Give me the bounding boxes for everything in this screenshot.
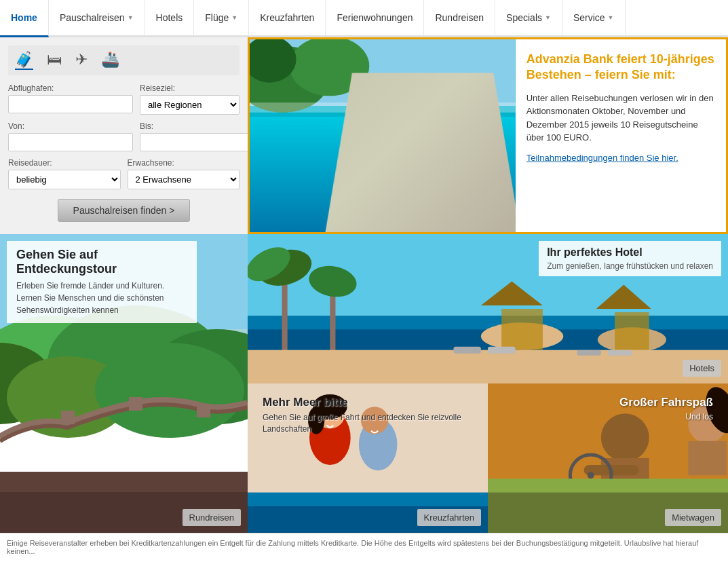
svg-rect-31 [501, 309, 543, 350]
nav-rundreisen-label: Rundreisen [435, 12, 484, 23]
chevron-down-icon: ▼ [545, 14, 551, 21]
von-group: Von: [8, 121, 133, 151]
nav-home[interactable]: Home [0, 0, 49, 37]
tile-entdeckung-title: Gehen Sie auf Entdeckungstour [16, 248, 187, 276]
von-input[interactable] [8, 133, 133, 151]
reisedauer-select[interactable]: beliebig [8, 170, 121, 189]
svg-rect-1 [250, 106, 516, 232]
dauer-erwachsene-row: Reisedauer: beliebig Erwachsene: 2 Erwac… [8, 158, 240, 189]
tile-car-overlay: Großer Fahrspaß Und los [611, 390, 721, 427]
promo-body2: Teilnahmebedingungen finden Sie hier. [526, 151, 715, 165]
svg-point-57 [588, 472, 594, 479]
cruise-icon[interactable]: 🚢 [101, 51, 119, 70]
tile-car-label: Mietwagen [665, 509, 721, 526]
footer-text: Einige Reiseveranstalter erheben bei Kre… [7, 539, 698, 555]
svg-rect-18 [129, 397, 142, 411]
svg-point-16 [95, 343, 244, 438]
nav-hotels[interactable]: Hotels [145, 0, 195, 35]
bis-group: Bis: [140, 121, 265, 151]
nav-kreuzfahrten-label: Kreuzfahrten [260, 12, 314, 23]
abflughafen-label: Abflughafen: [8, 83, 133, 93]
reiseziel-select[interactable]: alle Regionen [140, 95, 240, 115]
chevron-down-icon: ▼ [128, 14, 134, 21]
svg-rect-37 [453, 347, 480, 354]
abflughafen-input[interactable] [8, 95, 133, 113]
von-bis-row: Von: Bis: [8, 121, 240, 151]
tile-hotel[interactable]: Ihr perfektes Hotel Zum genießen, lange … [248, 234, 728, 383]
tile-car-desc: Und los [619, 412, 713, 421]
nav-service-label: Service [573, 12, 605, 23]
nav-hotels-label: Hotels [156, 12, 183, 23]
search-button[interactable]: Pauschalreisen finden > [58, 199, 191, 222]
promo-body1: Unter allen Reisebuchungen verlosen wir … [526, 92, 715, 145]
nav-ferienwohnungen[interactable]: Ferienwohnungen [326, 0, 424, 35]
bis-label: Bis: [140, 121, 265, 131]
erwachsene-label: Erwachsene: [128, 158, 240, 168]
tile-hotel-title: Ihr perfektes Hotel [547, 246, 713, 259]
hotel-icon[interactable]: 🛏 [47, 51, 62, 70]
abflughafen-reiseziel-row: Abflughafen: Reiseziel: alle Regionen [8, 83, 240, 115]
nav-kreuzfahrten[interactable]: Kreuzfahrten [249, 0, 326, 35]
tile-hotel-label: Hotels [683, 360, 721, 377]
search-panel: 🧳 🛏 ✈ 🚢 Abflughafen: Reiseziel: alle Reg… [0, 37, 248, 234]
promo-banner: Advanzia Bank feiert 10-jähriges Bestehe… [248, 37, 728, 234]
promo-link[interactable]: Teilnahmebedingungen finden Sie hier. [526, 153, 678, 163]
nav-specials[interactable]: Specials ▼ [495, 0, 562, 35]
erwachsene-group: Erwachsene: 2 Erwachsene [128, 158, 240, 189]
svg-rect-19 [197, 404, 210, 417]
nav-home-label: Home [11, 12, 37, 23]
svg-rect-7 [369, 140, 515, 146]
promo-title: Advanzia Bank feiert 10-jähriges Bestehe… [526, 52, 715, 83]
tile-car-title: Großer Fahrspaß [619, 396, 713, 409]
erwachsene-select[interactable]: 2 Erwachsene [128, 170, 240, 189]
tile-cruise-title: Mehr Meer bitte [263, 396, 480, 409]
tile-hotel-overlay: Ihr perfektes Hotel Zum genießen, lange … [539, 241, 721, 276]
promo-text: Advanzia Bank feiert 10-jähriges Bestehe… [516, 39, 726, 232]
svg-rect-2 [250, 126, 516, 232]
tile-cruise-label: Kreuzfahrten [417, 509, 481, 526]
main-nav: Home Pauschalreisen ▼ Hotels Flüge ▼ Kre… [0, 0, 728, 37]
right-column: Ihr perfektes Hotel Zum genießen, lange … [248, 234, 728, 533]
svg-rect-6 [369, 132, 515, 140]
nav-fluege-label: Flüge [205, 12, 229, 23]
svg-rect-59 [688, 441, 727, 476]
nav-rundreisen[interactable]: Rundreisen [424, 0, 495, 35]
nav-service[interactable]: Service ▼ [562, 0, 626, 35]
tile-entdeckung[interactable]: Gehen Sie auf Entdeckungstour Erleben Si… [0, 234, 248, 533]
svg-rect-17 [61, 411, 75, 424]
tile-entdeckung-overlay: Gehen Sie auf Entdeckungstour Erleben Si… [7, 241, 197, 323]
tile-car[interactable]: Großer Fahrspaß Und los Mietwagen [488, 383, 728, 533]
reisedauer-group: Reisedauer: beliebig [8, 158, 121, 189]
tile-cruise[interactable]: Mehr Meer bitte Gehen Sie auf große Fahr… [248, 383, 488, 533]
top-row: 🧳 🛏 ✈ 🚢 Abflughafen: Reiseziel: alle Reg… [0, 37, 728, 234]
tiles-section: Gehen Sie auf Entdeckungstour Erleben Si… [0, 234, 728, 533]
svg-rect-34 [615, 312, 649, 350]
bis-input[interactable] [140, 133, 265, 151]
nav-pauschalreisen[interactable]: Pauschalreisen ▼ [49, 0, 145, 35]
search-type-icons: 🧳 🛏 ✈ 🚢 [8, 45, 240, 75]
tile-entdeckung-desc: Erleben Sie fremde Länder und Kulturen. … [16, 280, 187, 316]
nav-fluege[interactable]: Flüge ▼ [194, 0, 249, 35]
reisedauer-label: Reisedauer: [8, 158, 121, 168]
promo-image [250, 39, 516, 232]
abflughafen-group: Abflughafen: [8, 83, 133, 115]
svg-rect-8 [250, 102, 516, 113]
package-icon[interactable]: 🧳 [15, 51, 33, 70]
nav-pauschalreisen-label: Pauschalreisen [60, 12, 125, 23]
flight-icon[interactable]: ✈ [75, 51, 88, 70]
tile-entdeckung-label: Rundreisen [183, 509, 242, 526]
nav-specials-label: Specials [506, 12, 542, 23]
svg-rect-40 [608, 350, 632, 356]
svg-rect-28 [330, 288, 335, 357]
svg-rect-39 [577, 350, 600, 356]
tile-hotel-desc: Zum genießen, lange frühstücken und rela… [547, 261, 713, 271]
nav-ferienwohnungen-label: Ferienwohnungen [337, 12, 413, 23]
footer-note: Einige Reiseveranstalter erheben bei Kre… [0, 533, 728, 561]
von-label: Von: [8, 121, 133, 131]
svg-rect-36 [248, 350, 728, 383]
tile-cruise-overlay: Mehr Meer bitte Gehen Sie auf große Fahr… [254, 390, 488, 441]
chevron-down-icon: ▼ [231, 14, 237, 21]
reiseziel-label: Reiseziel: [140, 83, 240, 93]
reiseziel-group: Reiseziel: alle Regionen [140, 83, 240, 115]
chevron-down-icon: ▼ [608, 14, 614, 21]
